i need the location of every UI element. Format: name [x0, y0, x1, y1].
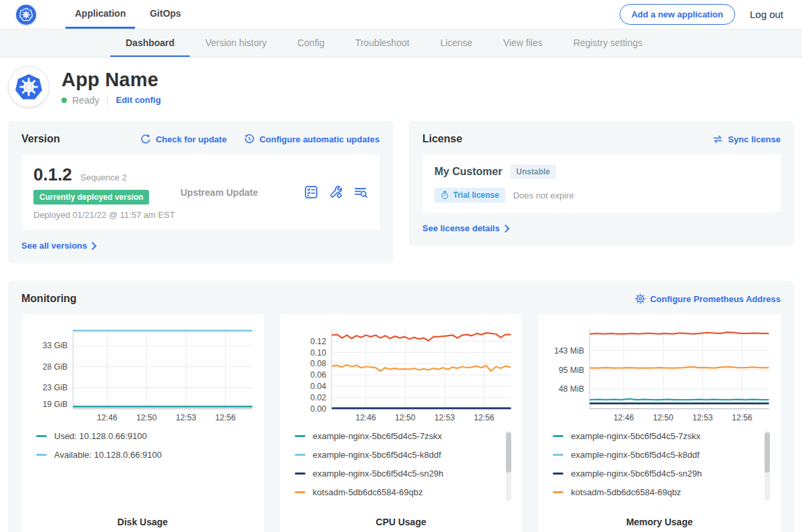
svg-text:12:56: 12:56: [215, 413, 236, 422]
trial-license-badge: Trial license: [434, 188, 505, 203]
preflight-checks-icon[interactable]: [304, 185, 318, 199]
kubernetes-app-icon: [15, 74, 42, 100]
gear-icon: [635, 293, 646, 304]
license-card: License Sync license My Customer Unstabl…: [409, 121, 794, 246]
legend-label: example-nginx-5bc6f5d4c5-sn29h: [571, 469, 702, 479]
logout-link[interactable]: Log out: [750, 9, 783, 20]
app-subnav: Dashboard Version history Config Trouble…: [0, 29, 802, 57]
check-for-update-link[interactable]: Check for update: [140, 134, 227, 144]
configure-prometheus-link[interactable]: Configure Prometheus Address: [635, 293, 781, 304]
legend-dash-icon: [553, 454, 563, 456]
legend-item: Used: 10.128.0.66:9100: [36, 431, 253, 441]
memory-usage-chart-card: 12:4612:5012:5312:56143 MiB95 MiB48 MiB …: [538, 314, 781, 532]
svg-text:12:50: 12:50: [395, 413, 416, 422]
legend-dash-icon: [295, 491, 305, 493]
svg-text:12:46: 12:46: [97, 413, 118, 422]
chevron-right-icon: [92, 242, 97, 250]
cpu-usage-chart: 12:4612:5012:5312:560.120.100.080.060.04…: [288, 322, 515, 424]
upstream-update-label: Upstream Update: [180, 187, 304, 198]
disk-usage-chart-card: 12:4612:5012:5312:5633 GiB28 GiB23 GiB19…: [21, 314, 264, 532]
diff-view-icon[interactable]: [354, 185, 368, 199]
legend-scrollbar[interactable]: [506, 431, 511, 501]
tab-gitops-label: GitOps: [150, 8, 181, 19]
svg-text:0.12: 0.12: [310, 337, 326, 346]
customer-name: My Customer: [434, 166, 502, 178]
legend-scrollbar-thumb[interactable]: [506, 432, 511, 473]
subnav-tab-license[interactable]: License: [425, 29, 488, 57]
version-card-title: Version: [21, 133, 60, 145]
legend-label: example-nginx-5bc6f5d4c5-sn29h: [313, 469, 444, 479]
legend-dash-icon: [553, 473, 563, 475]
app-status: Ready: [72, 95, 99, 106]
sync-arrows-icon: [712, 134, 723, 144]
legend-label: Used: 10.128.0.66:9100: [54, 431, 147, 441]
license-expiry: Does not expire: [513, 190, 574, 201]
svg-text:95 MiB: 95 MiB: [559, 366, 584, 375]
legend-label: kotsadm-5db6dc6584-69qbz: [313, 487, 423, 497]
legend-scrollbar[interactable]: [765, 431, 770, 501]
trial-license-label: Trial license: [453, 190, 499, 200]
legend-item: example-nginx-5bc6f5d4c5-7zskx: [553, 431, 770, 441]
sync-license-link[interactable]: Sync license: [712, 134, 781, 144]
kubernetes-logo-icon[interactable]: [16, 5, 36, 25]
legend-item: example-nginx-5bc6f5d4c5-sn29h: [295, 469, 512, 479]
subnav-tab-registry-settings[interactable]: Registry settings: [558, 29, 658, 57]
tab-application-label: Application: [75, 8, 126, 19]
see-license-details-link[interactable]: See license details: [422, 223, 510, 233]
config-wrench-icon[interactable]: [329, 185, 343, 199]
legend-dash-icon: [295, 473, 305, 475]
monitoring-title: Monitoring: [21, 293, 77, 305]
see-all-versions-label: See all versions: [21, 241, 87, 251]
svg-text:33 GiB: 33 GiB: [43, 341, 68, 350]
memory-usage-title: Memory Usage: [546, 517, 773, 527]
legend-label: example-nginx-5bc6f5d4c5-k8ddf: [313, 450, 441, 460]
legend-label: Available: 10.128.0.66:9100: [54, 450, 162, 460]
check-for-update-label: Check for update: [156, 134, 227, 144]
version-number: 0.1.2: [33, 164, 72, 184]
page-title: App Name: [61, 69, 161, 91]
legend-item: example-nginx-5bc6f5d4c5-sn29h: [553, 469, 770, 479]
see-all-versions-link[interactable]: See all versions: [21, 241, 97, 251]
tab-gitops[interactable]: GitOps: [140, 0, 190, 29]
license-card-title: License: [422, 133, 462, 145]
legend-label: kotsadm-5db6dc6584-69qbz: [571, 487, 681, 497]
divider: [107, 96, 108, 105]
svg-text:0.04: 0.04: [310, 382, 326, 391]
subnav-tab-config[interactable]: Config: [282, 29, 340, 57]
subnav-tab-view-files[interactable]: View files: [488, 29, 558, 57]
legend-dash-icon: [553, 435, 563, 437]
legend-label: example-nginx-5bc6f5d4c5-7zskx: [313, 431, 442, 441]
tab-application[interactable]: Application: [65, 0, 135, 29]
configure-prometheus-label: Configure Prometheus Address: [650, 294, 781, 304]
svg-text:12:50: 12:50: [136, 413, 157, 422]
version-sequence: Sequence 2: [80, 172, 126, 182]
cpu-usage-title: CPU Usage: [288, 517, 515, 527]
configure-automatic-updates-link[interactable]: Configure automatic updates: [244, 134, 380, 144]
legend-dash-icon: [295, 435, 305, 437]
stopwatch-icon: [440, 190, 449, 200]
deployed-timestamp: Deployed 01/21/22 @ 11:57 am EST: [33, 210, 180, 220]
subnav-tab-troubleshoot[interactable]: Troubleshoot: [340, 29, 424, 57]
edit-config-link[interactable]: Edit config: [116, 95, 160, 105]
svg-text:12:56: 12:56: [732, 413, 753, 422]
legend-dash-icon: [553, 491, 563, 493]
legend-item: example-nginx-5bc6f5d4c5-k8ddf: [295, 450, 512, 460]
svg-text:23 GiB: 23 GiB: [43, 383, 68, 392]
memory-usage-legend: example-nginx-5bc6f5d4c5-7zskxexample-ng…: [553, 431, 770, 510]
svg-text:48 MiB: 48 MiB: [559, 384, 584, 394]
svg-text:0.00: 0.00: [310, 404, 326, 414]
app-avatar: [8, 66, 49, 108]
legend-item: kotsadm-5db6dc6584-69qbz: [295, 487, 512, 497]
see-license-details-label: See license details: [422, 223, 500, 233]
subnav-tab-version-history[interactable]: Version history: [190, 29, 282, 57]
legend-label: example-nginx-5bc6f5d4c5-7zskx: [571, 431, 700, 441]
legend-scrollbar-thumb[interactable]: [765, 432, 770, 473]
subnav-tab-dashboard[interactable]: Dashboard: [110, 29, 190, 57]
svg-text:28 GiB: 28 GiB: [43, 362, 68, 372]
cpu-usage-chart-card: 12:4612:5012:5312:560.120.100.080.060.04…: [280, 314, 523, 532]
add-application-button[interactable]: Add a new application: [620, 4, 735, 25]
app-header: App Name Ready Edit config: [0, 57, 802, 118]
clock-refresh-icon: [244, 134, 255, 144]
svg-text:12:53: 12:53: [692, 413, 713, 422]
top-tabs: Application GitOps: [65, 0, 190, 29]
